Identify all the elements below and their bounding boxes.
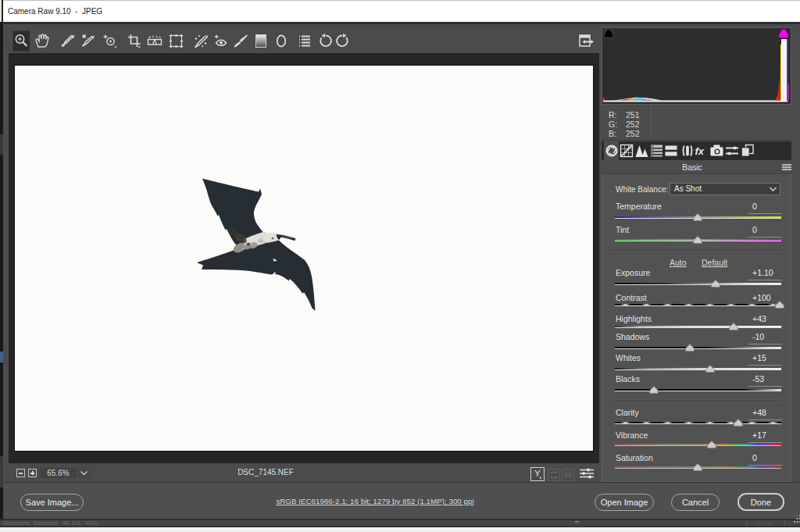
svg-text:fx: fx [695, 145, 705, 157]
